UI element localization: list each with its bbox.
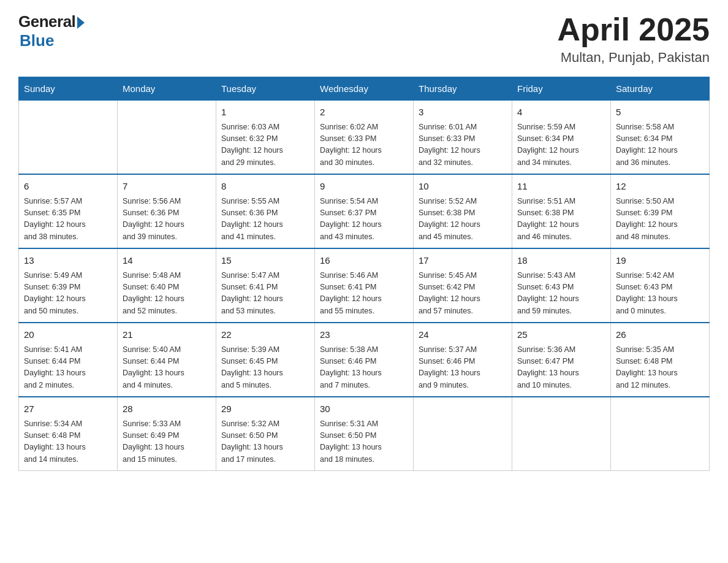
day-info: Sunrise: 6:01 AM Sunset: 6:33 PM Dayligh… (419, 121, 507, 169)
calendar-cell: 28Sunrise: 5:33 AM Sunset: 6:49 PM Dayli… (118, 397, 216, 471)
calendar-cell: 27Sunrise: 5:34 AM Sunset: 6:48 PM Dayli… (19, 397, 118, 471)
calendar-cell: 10Sunrise: 5:52 AM Sunset: 6:38 PM Dayli… (414, 174, 512, 248)
day-number: 11 (517, 180, 605, 194)
day-number: 23 (320, 328, 408, 342)
day-info: Sunrise: 5:37 AM Sunset: 6:46 PM Dayligh… (419, 344, 507, 392)
calendar-cell: 21Sunrise: 5:40 AM Sunset: 6:44 PM Dayli… (118, 323, 216, 397)
day-number: 26 (616, 328, 704, 342)
day-number: 27 (24, 402, 112, 416)
day-info: Sunrise: 5:39 AM Sunset: 6:45 PM Dayligh… (221, 344, 309, 392)
day-number: 16 (320, 254, 408, 268)
day-number: 12 (616, 180, 704, 194)
calendar-week-row: 20Sunrise: 5:41 AM Sunset: 6:44 PM Dayli… (19, 323, 710, 397)
calendar-cell: 7Sunrise: 5:56 AM Sunset: 6:36 PM Daylig… (118, 174, 216, 248)
day-number: 8 (221, 180, 309, 194)
day-number: 3 (419, 105, 507, 120)
page-title: April 2025 (557, 12, 710, 47)
day-info: Sunrise: 5:34 AM Sunset: 6:48 PM Dayligh… (24, 418, 112, 466)
day-number: 2 (320, 105, 408, 120)
day-info: Sunrise: 5:31 AM Sunset: 6:50 PM Dayligh… (320, 418, 408, 466)
day-number: 19 (616, 254, 704, 268)
day-number: 18 (517, 254, 605, 268)
calendar-cell: 20Sunrise: 5:41 AM Sunset: 6:44 PM Dayli… (19, 323, 118, 397)
day-number: 9 (320, 180, 408, 194)
day-info: Sunrise: 5:54 AM Sunset: 6:37 PM Dayligh… (320, 196, 408, 243)
calendar-cell: 22Sunrise: 5:39 AM Sunset: 6:45 PM Dayli… (216, 323, 315, 397)
calendar-cell: 4Sunrise: 5:59 AM Sunset: 6:34 PM Daylig… (512, 101, 611, 175)
day-number: 30 (320, 402, 408, 416)
calendar-week-row: 6Sunrise: 5:57 AM Sunset: 6:35 PM Daylig… (19, 174, 710, 248)
day-info: Sunrise: 5:49 AM Sunset: 6:39 PM Dayligh… (24, 270, 112, 318)
calendar-cell: 13Sunrise: 5:49 AM Sunset: 6:39 PM Dayli… (19, 248, 118, 323)
calendar-cell: 5Sunrise: 5:58 AM Sunset: 6:34 PM Daylig… (611, 101, 710, 175)
calendar-cell (414, 397, 512, 471)
calendar-cell: 2Sunrise: 6:02 AM Sunset: 6:33 PM Daylig… (315, 101, 414, 175)
day-info: Sunrise: 5:59 AM Sunset: 6:34 PM Dayligh… (517, 121, 605, 169)
day-info: Sunrise: 5:50 AM Sunset: 6:39 PM Dayligh… (616, 196, 704, 243)
calendar-cell: 6Sunrise: 5:57 AM Sunset: 6:35 PM Daylig… (19, 174, 118, 248)
day-info: Sunrise: 5:47 AM Sunset: 6:41 PM Dayligh… (221, 270, 309, 318)
day-number: 15 (221, 254, 309, 268)
day-number: 4 (517, 105, 605, 120)
calendar-cell: 26Sunrise: 5:35 AM Sunset: 6:48 PM Dayli… (611, 323, 710, 397)
day-number: 13 (24, 254, 112, 268)
day-info: Sunrise: 5:33 AM Sunset: 6:49 PM Dayligh… (123, 418, 211, 466)
calendar-week-row: 27Sunrise: 5:34 AM Sunset: 6:48 PM Dayli… (19, 397, 710, 471)
calendar-cell: 1Sunrise: 6:03 AM Sunset: 6:32 PM Daylig… (216, 101, 315, 175)
calendar-cell: 12Sunrise: 5:50 AM Sunset: 6:39 PM Dayli… (611, 174, 710, 248)
calendar-table: SundayMondayTuesdayWednesdayThursdayFrid… (18, 77, 710, 471)
calendar-cell: 8Sunrise: 5:55 AM Sunset: 6:36 PM Daylig… (216, 174, 315, 248)
calendar-header-tuesday: Tuesday (216, 77, 315, 101)
logo: General Blue (18, 12, 85, 50)
calendar-cell (118, 101, 216, 175)
calendar-cell: 29Sunrise: 5:32 AM Sunset: 6:50 PM Dayli… (216, 397, 315, 471)
calendar-cell: 24Sunrise: 5:37 AM Sunset: 6:46 PM Dayli… (414, 323, 512, 397)
day-info: Sunrise: 6:02 AM Sunset: 6:33 PM Dayligh… (320, 121, 408, 169)
calendar-header-wednesday: Wednesday (315, 77, 414, 101)
day-info: Sunrise: 5:43 AM Sunset: 6:43 PM Dayligh… (517, 270, 605, 318)
day-number: 10 (419, 180, 507, 194)
calendar-header-monday: Monday (118, 77, 216, 101)
calendar-header-sunday: Sunday (19, 77, 118, 101)
day-info: Sunrise: 5:45 AM Sunset: 6:42 PM Dayligh… (419, 270, 507, 318)
calendar-cell: 9Sunrise: 5:54 AM Sunset: 6:37 PM Daylig… (315, 174, 414, 248)
day-info: Sunrise: 5:52 AM Sunset: 6:38 PM Dayligh… (419, 196, 507, 243)
day-info: Sunrise: 5:36 AM Sunset: 6:47 PM Dayligh… (517, 344, 605, 392)
day-number: 5 (616, 105, 704, 120)
day-info: Sunrise: 5:56 AM Sunset: 6:36 PM Dayligh… (123, 196, 211, 243)
calendar-cell: 19Sunrise: 5:42 AM Sunset: 6:43 PM Dayli… (611, 248, 710, 323)
day-info: Sunrise: 6:03 AM Sunset: 6:32 PM Dayligh… (221, 121, 309, 169)
day-number: 22 (221, 328, 309, 342)
calendar-cell: 3Sunrise: 6:01 AM Sunset: 6:33 PM Daylig… (414, 101, 512, 175)
calendar-header-saturday: Saturday (611, 77, 710, 101)
logo-arrow-icon (77, 17, 85, 29)
day-number: 25 (517, 328, 605, 342)
page-subtitle: Multan, Punjab, Pakistan (557, 50, 710, 66)
day-number: 17 (419, 254, 507, 268)
calendar-cell: 11Sunrise: 5:51 AM Sunset: 6:38 PM Dayli… (512, 174, 611, 248)
calendar-header-friday: Friday (512, 77, 611, 101)
calendar-week-row: 1Sunrise: 6:03 AM Sunset: 6:32 PM Daylig… (19, 101, 710, 175)
calendar-cell: 30Sunrise: 5:31 AM Sunset: 6:50 PM Dayli… (315, 397, 414, 471)
calendar-header-row: SundayMondayTuesdayWednesdayThursdayFrid… (19, 77, 710, 101)
calendar-cell: 15Sunrise: 5:47 AM Sunset: 6:41 PM Dayli… (216, 248, 315, 323)
day-number: 28 (123, 402, 211, 416)
day-info: Sunrise: 5:51 AM Sunset: 6:38 PM Dayligh… (517, 196, 605, 243)
logo-blue-text: Blue (20, 31, 54, 50)
calendar-cell: 14Sunrise: 5:48 AM Sunset: 6:40 PM Dayli… (118, 248, 216, 323)
calendar-cell: 17Sunrise: 5:45 AM Sunset: 6:42 PM Dayli… (414, 248, 512, 323)
day-number: 24 (419, 328, 507, 342)
day-info: Sunrise: 5:57 AM Sunset: 6:35 PM Dayligh… (24, 196, 112, 243)
day-number: 14 (123, 254, 211, 268)
day-info: Sunrise: 5:41 AM Sunset: 6:44 PM Dayligh… (24, 344, 112, 392)
day-info: Sunrise: 5:58 AM Sunset: 6:34 PM Dayligh… (616, 121, 704, 169)
calendar-cell: 18Sunrise: 5:43 AM Sunset: 6:43 PM Dayli… (512, 248, 611, 323)
logo-general-text: General (18, 12, 75, 31)
calendar-cell: 16Sunrise: 5:46 AM Sunset: 6:41 PM Dayli… (315, 248, 414, 323)
day-info: Sunrise: 5:42 AM Sunset: 6:43 PM Dayligh… (616, 270, 704, 318)
day-number: 21 (123, 328, 211, 342)
page-header: General Blue April 2025 Multan, Punjab, … (18, 12, 710, 66)
day-info: Sunrise: 5:38 AM Sunset: 6:46 PM Dayligh… (320, 344, 408, 392)
day-info: Sunrise: 5:32 AM Sunset: 6:50 PM Dayligh… (221, 418, 309, 466)
calendar-header-thursday: Thursday (414, 77, 512, 101)
